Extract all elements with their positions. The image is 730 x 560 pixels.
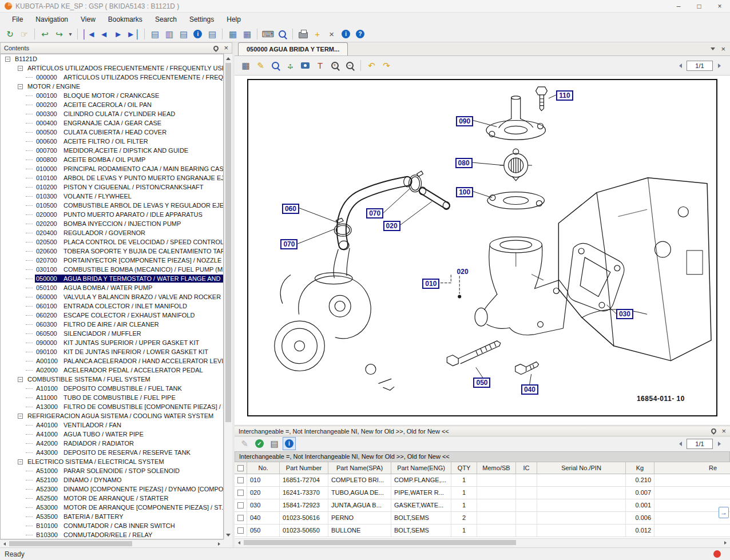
print-icon[interactable] (296, 27, 310, 41)
column-header-part-name-spa[interactable]: Part Name(SPA) (328, 462, 391, 474)
tree-category[interactable]: −MOTOR / ENGINE (1, 82, 223, 91)
tree-root[interactable]: −B1121D (1, 54, 223, 63)
scroll-left-button[interactable] (235, 539, 243, 546)
tree-item-020500[interactable]: 020500PLACA CONTROL DE VELOCIDAD / SPEED… (1, 237, 223, 247)
refresh-icon[interactable]: ↻ (3, 27, 17, 41)
tree-item-B10100[interactable]: B10100CONMUTADOR / CAB INNER SWITCH (1, 521, 223, 530)
first-item-icon[interactable]: │◄ (81, 27, 96, 41)
column-header-part-number[interactable]: Part Number (280, 462, 328, 474)
table-horizontal-scrollbar[interactable] (235, 538, 730, 546)
tree-expander-icon[interactable]: − (18, 84, 23, 89)
zoom-in-icon[interactable] (328, 59, 342, 72)
tree-hscrollbar-thumb[interactable] (9, 541, 132, 546)
tree-item-A43000[interactable]: A43000DEPOSITO DE RESERVA / RESERVE TANK (1, 448, 223, 457)
tree-item-050100[interactable]: 050100AGUA BOMBA / WATER PUMP (1, 283, 223, 292)
tree-item-010100[interactable]: 010100ARBOL DE LEVAS Y PUNTO MUERTO ENGR… (1, 173, 223, 182)
callout-050[interactable]: 050 (473, 378, 490, 388)
row-checkbox[interactable] (237, 527, 244, 534)
memo-icon[interactable]: ▤ (268, 437, 281, 450)
close-parts-panel-icon[interactable]: × (721, 428, 726, 435)
column-header-part-name-eng[interactable]: Part Name(ENG) (391, 462, 451, 474)
tree-item-010200[interactable]: 010200PISTON Y CIGUEENAL / PISTON/CRANKS… (1, 182, 223, 192)
scroll-right-button[interactable] (721, 539, 730, 546)
search-pointer-icon[interactable] (276, 27, 289, 41)
scroll-up-button[interactable] (224, 54, 232, 62)
tree-item-B10300[interactable]: B10300CONMUTADOR/RELE / RELAY (1, 530, 223, 539)
tree-expander-icon[interactable]: − (5, 57, 10, 62)
tree-expander-icon[interactable]: − (18, 414, 23, 419)
capture-icon[interactable] (299, 59, 312, 72)
column-header-re[interactable]: Re (654, 462, 730, 474)
part-row-010[interactable]: 01016851-72704COMPLETO BRI...COMP.FLANGE… (235, 474, 730, 487)
menu-item-navigation[interactable]: Navigation (29, 13, 74, 26)
tab-list-dropdown-icon[interactable] (711, 47, 715, 53)
part-row-030[interactable]: 03015841-72923JUNTA,AGUA B...GASKET,WATE… (235, 499, 730, 512)
callout-090[interactable]: 090 (456, 116, 473, 126)
next-item-icon[interactable]: ► (112, 27, 125, 41)
row-checkbox[interactable] (237, 515, 244, 521)
menu-item-bookmarks[interactable]: Bookmarks (102, 13, 149, 26)
part-row-050[interactable]: 05001023-50650BULLONEBOLT,SEMS10.012 (235, 525, 730, 537)
callout-080[interactable]: 080 (455, 158, 473, 168)
tree-item-A53500[interactable]: A53500BATERIA / BATTERY (1, 512, 223, 521)
tree-item-020400[interactable]: 020400REGULADOR / GOVERNOR (1, 228, 223, 237)
document-view-icon[interactable]: ▤ (205, 27, 219, 41)
previous-parts-page-button[interactable] (675, 439, 684, 448)
callout-020[interactable]: 020 (383, 221, 400, 231)
menu-item-help[interactable]: Help (220, 13, 247, 26)
tree-item-000800[interactable]: 000800ACEITE BOMBA / OIL PUMP (1, 155, 223, 164)
parts-list-alt-icon[interactable]: ▦ (240, 27, 253, 41)
last-item-icon[interactable]: ►│ (126, 27, 141, 41)
column-header-kg[interactable]: Kg (626, 462, 654, 474)
part-detail-info-icon[interactable] (283, 437, 296, 450)
row-checkbox[interactable] (237, 490, 244, 496)
minimize-button[interactable]: – (668, 0, 689, 12)
next-figure-button[interactable] (715, 61, 724, 70)
tree-item-A00100[interactable]: A00100PALANCA ACELERADOR / HAND ACCELERA… (1, 356, 223, 366)
tree-item-000000[interactable]: 000000ARTÍCULOS UTILIZADOS FRECUENTEMENT… (1, 73, 223, 82)
tree-item-A53000[interactable]: A53000MOTOR DE ARRANQUE [COMPONENTE PIEZ… (1, 503, 223, 512)
tree-item-A52100[interactable]: A52100DINAMO / DYNAMO (1, 475, 223, 484)
previous-view-icon[interactable]: ↶ (365, 59, 378, 72)
help-icon[interactable] (354, 27, 367, 41)
tree-item-020700[interactable]: 020700PORTAINYECTOR [COMPONENTE PIEZAS] … (1, 256, 223, 265)
tree-item-000400[interactable]: 000400ENGRANAJE CAJA / GEAR CASE (1, 118, 223, 128)
tree-item-030100[interactable]: 030100COMBUSTIBLE BOMBA (MECANICO) / FUE… (1, 265, 223, 274)
tree-item-060500[interactable]: 060500SILENCIADOR / MUFFLER (1, 329, 223, 338)
column-header-serial-no-pin[interactable]: Serial No./PIN (537, 462, 626, 474)
callout-040[interactable]: 040 (521, 384, 538, 395)
tree-item-050000[interactable]: 050000AGUA BRIDA Y TERMOSTATO / WATER FL… (1, 274, 223, 283)
tree-item-A42000[interactable]: A42000RADIADOR / RADIATOR (1, 439, 223, 448)
tree-item-A10100[interactable]: A10100DEPOSITO COMBUSTIBLE / FUEL TANK (1, 384, 223, 393)
diagram-view[interactable]: 16854-011- 10 11009008010006007002007002… (235, 75, 730, 424)
column-header-ic[interactable]: IC (516, 462, 537, 474)
callout-100[interactable]: 100 (456, 187, 473, 197)
tree-category[interactable]: −REFRIGERACION AGUA SISTEMA / COOLING WA… (1, 411, 223, 420)
list-view-icon[interactable]: ▤ (177, 27, 190, 41)
callout-010[interactable]: 010 (422, 279, 439, 289)
edit-parts-icon[interactable]: ✎ (238, 437, 251, 450)
text-annotation-icon[interactable]: T (314, 59, 327, 72)
figure-page-indicator[interactable]: 1/1 (687, 61, 713, 71)
tree-item-A41000[interactable]: A41000AGUA TUBO / WATER PIPE (1, 430, 223, 439)
undo-icon[interactable]: ↩ (38, 27, 51, 41)
tree-item-090100[interactable]: 090100KIT DE JUNTAS INFERIOR / LOWER GAS… (1, 347, 223, 356)
diagram-page[interactable]: 16854-011- 10 11009008010006007002007002… (247, 79, 717, 416)
menu-item-settings[interactable]: Settings (183, 13, 220, 26)
previous-item-icon[interactable]: ◄ (97, 27, 110, 41)
menu-item-file[interactable]: File (6, 13, 29, 26)
tree-item-060300[interactable]: 060300FILTRO DE AIRE / AIR CLEANER (1, 320, 223, 329)
parts-page-indicator[interactable]: 1/1 (687, 439, 713, 449)
row-checkbox[interactable] (237, 502, 244, 509)
tree-vertical-scrollbar[interactable] (224, 54, 232, 539)
tree-item-A40100[interactable]: A40100VENTILADOR / FAN (1, 420, 223, 430)
zoom-select-icon[interactable] (269, 59, 282, 72)
tree-item-A13000[interactable]: A13000FILTRO DE COMBUSTIBLE [COMPONENTE … (1, 402, 223, 411)
tree-item-000200[interactable]: 000200ACEITE CACEROLA / OIL PAN (1, 100, 223, 109)
part-row-020[interactable]: 02016241-73370TUBO,AGUA DE...PIPE,WATER … (235, 487, 730, 499)
tree-item-A02000[interactable]: A02000ACELERADOR PEDAL / ACCELERATOR PED… (1, 366, 223, 375)
menu-item-view[interactable]: View (74, 13, 102, 26)
close-button[interactable]: × (709, 0, 730, 12)
tree-item-060200[interactable]: 060200ESCAPE COLECTOR / EXHAUST MANIFOLD (1, 311, 223, 320)
callout-070[interactable]: 070 (280, 239, 297, 249)
